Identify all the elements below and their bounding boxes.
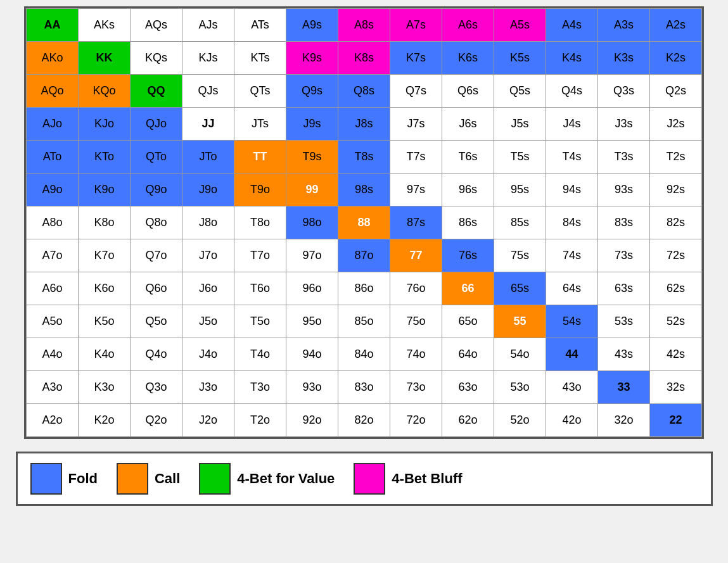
grid-cell[interactable]: 92s (650, 174, 702, 206)
grid-cell[interactable]: 42s (650, 338, 702, 371)
grid-cell[interactable]: 63o (442, 371, 494, 404)
grid-cell[interactable]: K2s (650, 42, 702, 75)
grid-cell[interactable]: K5s (494, 42, 546, 75)
grid-cell[interactable]: TT (234, 141, 286, 174)
grid-cell[interactable]: 54o (494, 338, 546, 371)
grid-cell[interactable]: J9s (286, 108, 338, 141)
grid-cell[interactable]: KK (79, 42, 131, 75)
grid-cell[interactable]: 64s (546, 272, 598, 305)
grid-cell[interactable]: T8s (338, 141, 390, 174)
grid-cell[interactable]: 97s (390, 174, 442, 206)
grid-cell[interactable]: AKo (27, 42, 79, 75)
grid-cell[interactable]: J9o (182, 174, 234, 206)
grid-cell[interactable]: KTs (234, 42, 286, 75)
grid-cell[interactable]: J6o (182, 272, 234, 305)
grid-cell[interactable]: A5o (27, 305, 79, 338)
grid-cell[interactable]: 94o (286, 338, 338, 371)
grid-cell[interactable]: KQo (79, 75, 131, 108)
grid-cell[interactable]: A2s (650, 9, 702, 42)
grid-cell[interactable]: T7s (390, 141, 442, 174)
grid-cell[interactable]: 93o (286, 371, 338, 404)
grid-cell[interactable]: 88 (338, 206, 390, 239)
grid-cell[interactable]: ATo (27, 141, 79, 174)
grid-cell[interactable]: J4o (182, 338, 234, 371)
grid-cell[interactable]: Q4o (131, 338, 182, 371)
grid-cell[interactable]: K9s (286, 42, 338, 75)
grid-cell[interactable]: Q8s (338, 75, 390, 108)
grid-cell[interactable]: 55 (494, 305, 546, 338)
grid-cell[interactable]: AJo (27, 108, 79, 141)
grid-cell[interactable]: 42o (546, 404, 598, 437)
grid-cell[interactable]: Q7o (131, 239, 182, 272)
grid-cell[interactable]: J7s (390, 108, 442, 141)
grid-cell[interactable]: 96o (286, 272, 338, 305)
grid-cell[interactable]: 33 (598, 371, 650, 404)
grid-cell[interactable]: J2o (182, 404, 234, 437)
grid-cell[interactable]: Q8o (131, 206, 182, 239)
grid-cell[interactable]: A4s (546, 9, 598, 42)
grid-cell[interactable]: T6s (442, 141, 494, 174)
grid-cell[interactable]: K3o (79, 371, 131, 404)
grid-cell[interactable]: A7o (27, 239, 79, 272)
grid-cell[interactable]: A8o (27, 206, 79, 239)
grid-cell[interactable]: 63s (598, 272, 650, 305)
grid-cell[interactable]: JJ (182, 108, 234, 141)
grid-cell[interactable]: Q4s (546, 75, 598, 108)
grid-cell[interactable]: 72o (390, 404, 442, 437)
grid-cell[interactable]: 92o (286, 404, 338, 437)
grid-cell[interactable]: Q9s (286, 75, 338, 108)
grid-cell[interactable]: K9o (79, 174, 131, 206)
grid-cell[interactable]: 76o (390, 272, 442, 305)
grid-cell[interactable]: Q6s (442, 75, 494, 108)
grid-cell[interactable]: T2s (650, 141, 702, 174)
grid-cell[interactable]: 77 (390, 239, 442, 272)
grid-cell[interactable]: 93s (598, 174, 650, 206)
grid-cell[interactable]: 98o (286, 206, 338, 239)
grid-cell[interactable]: 32o (598, 404, 650, 437)
grid-cell[interactable]: ATs (234, 9, 286, 42)
grid-cell[interactable]: A2o (27, 404, 79, 437)
grid-cell[interactable]: 83o (338, 371, 390, 404)
grid-cell[interactable]: QJs (182, 75, 234, 108)
grid-cell[interactable]: A3o (27, 371, 79, 404)
grid-cell[interactable]: 86o (338, 272, 390, 305)
grid-cell[interactable]: Q5o (131, 305, 182, 338)
grid-cell[interactable]: J2s (650, 108, 702, 141)
grid-cell[interactable]: Q3o (131, 371, 182, 404)
grid-cell[interactable]: KJo (79, 108, 131, 141)
grid-cell[interactable]: 85o (338, 305, 390, 338)
grid-cell[interactable]: K7s (390, 42, 442, 75)
grid-cell[interactable]: 96s (442, 174, 494, 206)
grid-cell[interactable]: Q9o (131, 174, 182, 206)
grid-cell[interactable]: 65s (494, 272, 546, 305)
grid-cell[interactable]: J8o (182, 206, 234, 239)
grid-cell[interactable]: 94s (546, 174, 598, 206)
grid-cell[interactable]: T3o (234, 371, 286, 404)
grid-cell[interactable]: 53s (598, 305, 650, 338)
grid-cell[interactable]: T5s (494, 141, 546, 174)
grid-cell[interactable]: A9s (286, 9, 338, 42)
grid-cell[interactable]: 32s (650, 371, 702, 404)
grid-cell[interactable]: T6o (234, 272, 286, 305)
grid-cell[interactable]: T8o (234, 206, 286, 239)
grid-cell[interactable]: JTs (234, 108, 286, 141)
grid-cell[interactable]: 97o (286, 239, 338, 272)
grid-cell[interactable]: 95s (494, 174, 546, 206)
grid-cell[interactable]: A5s (494, 9, 546, 42)
grid-cell[interactable]: 83s (598, 206, 650, 239)
grid-cell[interactable]: 87o (338, 239, 390, 272)
grid-cell[interactable]: 43o (546, 371, 598, 404)
grid-cell[interactable]: T4o (234, 338, 286, 371)
grid-cell[interactable]: 98s (338, 174, 390, 206)
grid-cell[interactable]: 75o (390, 305, 442, 338)
grid-cell[interactable]: KTo (79, 141, 131, 174)
grid-cell[interactable]: JTo (182, 141, 234, 174)
grid-cell[interactable]: J5s (494, 108, 546, 141)
grid-cell[interactable]: KQs (131, 42, 182, 75)
grid-cell[interactable]: 74o (390, 338, 442, 371)
grid-cell[interactable]: K4o (79, 338, 131, 371)
grid-cell[interactable]: 99 (286, 174, 338, 206)
grid-cell[interactable]: 84o (338, 338, 390, 371)
grid-cell[interactable]: 75s (494, 239, 546, 272)
grid-cell[interactable]: Q2o (131, 404, 182, 437)
